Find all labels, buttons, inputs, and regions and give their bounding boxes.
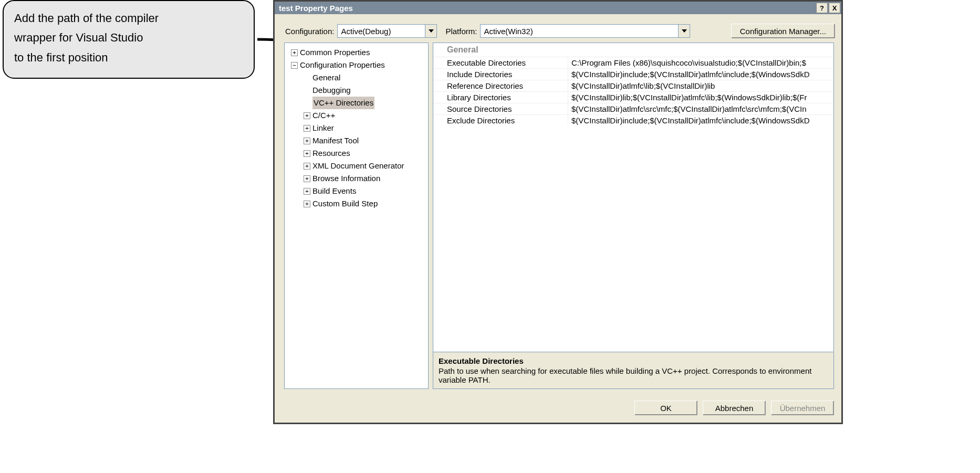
annotation-callout: Add the path of the compiler wrapper for…: [3, 0, 255, 79]
platform-combo[interactable]: Active(Win32): [480, 24, 690, 38]
configuration-value: Active(Debug): [338, 27, 394, 36]
titlebar[interactable]: test Property Pages ? X: [275, 2, 841, 14]
tree-item-label: Common Properties: [300, 46, 370, 59]
property-row[interactable]: Library Directories$(VCInstallDir)lib;$(…: [433, 91, 833, 103]
expand-icon[interactable]: +: [304, 112, 310, 119]
tree-item-label: Resources: [312, 147, 350, 160]
toolbar: Configuration: Active(Debug) Platform: A…: [275, 14, 841, 43]
tree-item[interactable]: +Common Properties: [287, 46, 426, 59]
tree-item[interactable]: −Configuration Properties: [287, 59, 426, 71]
configuration-combo[interactable]: Active(Debug): [337, 24, 437, 38]
tree-item[interactable]: +Browse Information: [287, 172, 426, 185]
tree-item[interactable]: +Resources: [287, 147, 426, 160]
callout-line: wrapper for Visual Studio: [14, 28, 243, 47]
tree-item-label: Build Events: [312, 185, 356, 197]
property-value[interactable]: $(VCInstallDir)lib;$(VCInstallDir)atlmfc…: [568, 92, 833, 103]
property-name: Include Directories: [433, 69, 568, 80]
platform-value: Active(Win32): [481, 27, 536, 36]
property-row[interactable]: Exclude Directories$(VCInstallDir)includ…: [433, 114, 833, 126]
tree-item[interactable]: General: [287, 71, 426, 84]
callout-line: to the first position: [14, 48, 243, 67]
property-name: Library Directories: [433, 92, 568, 103]
cancel-button[interactable]: Abbrechen: [703, 401, 766, 415]
dialog-title: test Property Pages: [279, 4, 353, 13]
expand-icon[interactable]: +: [304, 201, 310, 207]
tree-item-label: Debugging: [312, 84, 351, 97]
dialog-footer: OK Abbrechen Übernehmen: [275, 395, 841, 423]
configuration-label: Configuration:: [285, 27, 334, 36]
description-title: Executable Directories: [439, 356, 828, 365]
tree-item-label: Browse Information: [312, 172, 380, 185]
collapse-icon[interactable]: −: [291, 62, 298, 69]
property-name: Source Directories: [433, 103, 568, 114]
close-button[interactable]: X: [829, 3, 840, 13]
tree-item-label: VC++ Directories: [312, 97, 374, 109]
tree-item[interactable]: +Manifest Tool: [287, 134, 426, 147]
property-value[interactable]: $(VCInstallDir)include;$(VCInstallDir)at…: [568, 69, 833, 80]
apply-button[interactable]: Übernehmen: [771, 401, 834, 415]
property-value[interactable]: C:\Program Files (x86)\squishcoco\visual…: [568, 57, 833, 68]
expand-icon[interactable]: +: [304, 188, 310, 195]
property-row[interactable]: Source Directories$(VCInstallDir)atlmfc\…: [433, 103, 833, 114]
property-pages-dialog: test Property Pages ? X Configuration: A…: [273, 0, 843, 424]
ok-button[interactable]: OK: [634, 401, 697, 415]
tree-item-label: XML Document Generator: [312, 160, 404, 172]
configuration-manager-button[interactable]: Configuration Manager...: [731, 24, 835, 38]
property-name: Exclude Directories: [433, 115, 568, 126]
tree-item-label: C/C++: [312, 109, 335, 122]
property-value[interactable]: $(VCInstallDir)atlmfc\lib;$(VCInstallDir…: [568, 80, 833, 91]
tree-item-label: Custom Build Step: [312, 197, 378, 210]
tree-item[interactable]: +Custom Build Step: [287, 197, 426, 210]
property-row[interactable]: Reference Directories$(VCInstallDir)atlm…: [433, 80, 833, 91]
expand-icon[interactable]: +: [291, 49, 298, 56]
property-name: Reference Directories: [433, 80, 568, 91]
tree-item[interactable]: +Build Events: [287, 185, 426, 197]
config-tree[interactable]: +Common Properties−Configuration Propert…: [284, 43, 429, 389]
chevron-down-icon[interactable]: [678, 25, 690, 37]
tree-item[interactable]: VC++ Directories: [287, 97, 426, 109]
property-value[interactable]: $(VCInstallDir)atlmfc\src\mfc;$(VCInstal…: [568, 103, 833, 114]
tree-item[interactable]: +Linker: [287, 122, 426, 134]
expand-icon[interactable]: +: [304, 175, 310, 182]
expand-icon[interactable]: +: [304, 138, 310, 144]
callout-line: Add the path of the compiler: [14, 8, 243, 28]
property-name: Executable Directories: [433, 57, 568, 68]
expand-icon[interactable]: +: [304, 125, 310, 132]
tree-item[interactable]: +XML Document Generator: [287, 160, 426, 172]
description-panel: Executable Directories Path to use when …: [433, 352, 834, 389]
chevron-down-icon[interactable]: [425, 25, 436, 37]
tree-item[interactable]: Debugging: [287, 84, 426, 97]
tree-item[interactable]: +C/C++: [287, 109, 426, 122]
tree-item-label: Configuration Properties: [300, 59, 385, 71]
tree-item-label: Linker: [312, 122, 334, 134]
property-value[interactable]: $(VCInstallDir)include;$(VCInstallDir)at…: [568, 115, 833, 126]
property-grid[interactable]: General Executable DirectoriesC:\Program…: [433, 43, 834, 352]
help-button[interactable]: ?: [816, 3, 828, 13]
tree-item-label: Manifest Tool: [312, 134, 359, 147]
tree-item-label: General: [312, 71, 340, 84]
description-text: Path to use when searching for executabl…: [439, 366, 828, 384]
property-row[interactable]: Executable DirectoriesC:\Program Files (…: [433, 57, 833, 68]
platform-label: Platform:: [445, 27, 477, 36]
property-row[interactable]: Include Directories$(VCInstallDir)includ…: [433, 68, 833, 80]
expand-icon[interactable]: +: [304, 163, 310, 170]
property-group-header: General: [433, 43, 833, 57]
expand-icon[interactable]: +: [304, 150, 310, 157]
